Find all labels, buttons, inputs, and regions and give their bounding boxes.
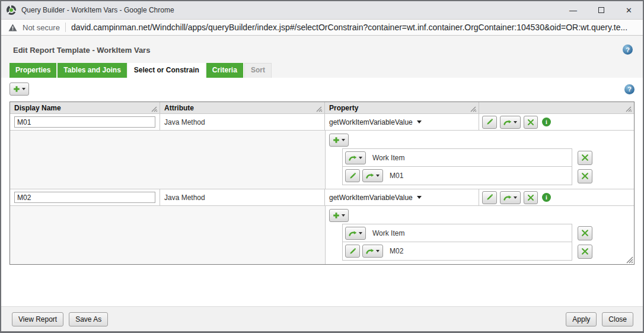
column-resize-handle[interactable] bbox=[470, 106, 477, 112]
view-report-button[interactable]: View Report bbox=[12, 312, 63, 326]
plus-icon bbox=[13, 85, 20, 93]
minimize-button[interactable]: — bbox=[559, 1, 587, 19]
info-icon[interactable]: i bbox=[542, 118, 551, 126]
close-window-button[interactable]: ✕ bbox=[615, 1, 643, 19]
delete-parameter-button[interactable] bbox=[578, 169, 592, 183]
footer-right-buttons: Apply Close bbox=[566, 312, 633, 326]
tab-strip: Properties Tables and Joins Select or Co… bbox=[9, 63, 272, 78]
add-parameter-button[interactable] bbox=[329, 209, 349, 222]
delete-button[interactable] bbox=[524, 116, 538, 129]
parameters-row: Work Item bbox=[10, 130, 634, 189]
tab-criteria[interactable]: Criteria bbox=[206, 63, 243, 78]
attribute-cell: Java Method bbox=[160, 189, 325, 205]
property-dropdown[interactable]: getWorkItemVariableValue bbox=[329, 194, 422, 202]
display-name-input[interactable] bbox=[14, 116, 155, 128]
insert-dropdown-button[interactable] bbox=[345, 151, 366, 164]
info-icon[interactable]: i bbox=[542, 193, 551, 202]
chevron-down-icon bbox=[376, 175, 380, 177]
pencil-icon bbox=[486, 194, 493, 201]
edit-button[interactable] bbox=[345, 169, 360, 182]
column-resize-handle[interactable] bbox=[316, 106, 323, 112]
browser-window: Query Builder - WorkItem Vars - Google C… bbox=[0, 0, 644, 333]
footer-left-buttons: View Report Save As bbox=[12, 312, 108, 326]
parameter-label: Work Item bbox=[372, 154, 404, 162]
close-button[interactable]: Close bbox=[602, 312, 633, 326]
chevron-down-icon bbox=[342, 139, 345, 141]
tab-sort: Sort bbox=[244, 63, 272, 78]
tab-tables-and-joins[interactable]: Tables and Joins bbox=[58, 63, 126, 78]
security-label[interactable]: Not secure bbox=[23, 23, 60, 32]
url-text[interactable]: david.campinman.net/Windchill/apps/query… bbox=[71, 23, 627, 32]
insert-dropdown-button[interactable] bbox=[500, 191, 521, 204]
parameter-box: Work Item bbox=[342, 148, 572, 167]
column-resize-handle[interactable] bbox=[151, 106, 158, 112]
x-icon bbox=[581, 154, 589, 161]
maximize-button[interactable] bbox=[587, 1, 615, 19]
column-header-label: Attribute bbox=[164, 104, 194, 112]
tab-properties[interactable]: Properties bbox=[9, 63, 56, 78]
column-header-property: Property bbox=[325, 102, 479, 113]
parameter-box: M02 bbox=[342, 242, 572, 261]
delete-button[interactable] bbox=[524, 191, 538, 204]
display-name-cell bbox=[10, 189, 160, 205]
delete-parameter-button[interactable] bbox=[578, 151, 592, 165]
display-name-input[interactable] bbox=[14, 192, 155, 203]
edit-button[interactable] bbox=[482, 191, 497, 204]
column-header-actions bbox=[479, 102, 634, 113]
parameter-row: Work Item bbox=[342, 148, 630, 167]
curved-arrow-icon bbox=[366, 248, 374, 255]
column-header-display-name: Display Name bbox=[10, 102, 160, 113]
curved-arrow-icon bbox=[503, 194, 512, 201]
delete-parameter-button[interactable] bbox=[578, 245, 592, 259]
address-divider bbox=[65, 23, 66, 32]
edit-button[interactable] bbox=[482, 116, 497, 129]
column-header-label: Display Name bbox=[14, 104, 61, 112]
add-parameter-button[interactable] bbox=[329, 134, 349, 147]
plus-icon bbox=[333, 212, 340, 219]
chevron-down-icon bbox=[342, 214, 345, 217]
parameters-panel: Work Item bbox=[326, 206, 634, 264]
table-header-row: Display Name Attribute Property bbox=[10, 102, 634, 113]
property-dropdown[interactable]: getWorkItemVariableValue bbox=[329, 118, 422, 126]
help-icon[interactable]: ? bbox=[624, 84, 635, 94]
insert-dropdown-button[interactable] bbox=[362, 245, 383, 258]
main-content: ? Display Name Attribute Property bbox=[1, 78, 643, 265]
table-row: Java Method getWorkItemVariableValue bbox=[10, 113, 634, 130]
tab-select-or-constrain[interactable]: Select or Constrain bbox=[128, 63, 205, 78]
parameter-row: M02 bbox=[342, 242, 630, 261]
delete-parameter-button[interactable] bbox=[578, 226, 592, 240]
insert-dropdown-button[interactable] bbox=[362, 169, 383, 182]
table-resize-handle[interactable] bbox=[626, 256, 633, 264]
column-resize-handle[interactable] bbox=[626, 106, 632, 112]
pencil-icon bbox=[349, 172, 356, 180]
curved-arrow-icon bbox=[366, 172, 374, 179]
page-title: Edit Report Template - WorkItem Vars bbox=[13, 46, 150, 55]
property-value: getWorkItemVariableValue bbox=[329, 194, 413, 202]
row-actions: i bbox=[479, 189, 634, 205]
x-icon bbox=[527, 119, 534, 126]
parameters-left-spacer bbox=[10, 206, 326, 264]
parameter-box: Work Item bbox=[342, 224, 572, 242]
windchill-favicon-icon bbox=[7, 5, 16, 15]
parameters-row: Work Item bbox=[10, 205, 634, 264]
curved-arrow-icon bbox=[349, 230, 357, 237]
apply-button[interactable]: Apply bbox=[566, 312, 597, 326]
not-secure-warning-icon[interactable] bbox=[8, 24, 17, 31]
toolbar: ? bbox=[9, 78, 635, 102]
pencil-icon bbox=[486, 118, 493, 126]
chevron-down-icon bbox=[417, 196, 422, 199]
insert-dropdown-button[interactable] bbox=[345, 227, 366, 240]
edit-button[interactable] bbox=[345, 245, 360, 258]
x-icon bbox=[581, 172, 589, 180]
save-as-button[interactable]: Save As bbox=[69, 312, 108, 326]
add-row-button[interactable] bbox=[9, 83, 29, 96]
column-header-attribute: Attribute bbox=[160, 102, 325, 113]
parameter-label: M02 bbox=[390, 247, 403, 255]
row-actions: i bbox=[479, 114, 634, 130]
parameters-left-spacer bbox=[10, 131, 326, 189]
insert-dropdown-button[interactable] bbox=[500, 116, 521, 129]
parameter-label: Work Item bbox=[372, 229, 404, 237]
query-table: Display Name Attribute Property bbox=[9, 102, 635, 265]
window-title: Query Builder - WorkItem Vars - Google C… bbox=[21, 6, 559, 14]
help-icon[interactable]: ? bbox=[623, 45, 633, 55]
